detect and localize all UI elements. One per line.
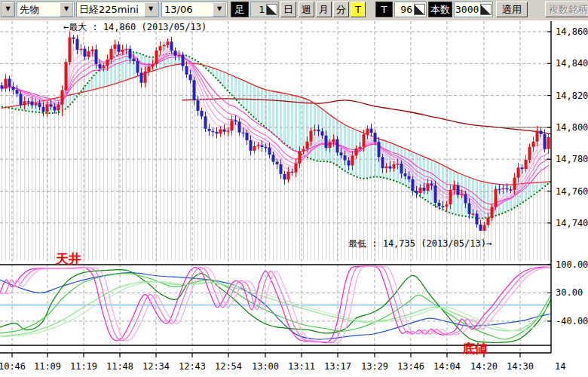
- tick-count-label: T: [375, 2, 393, 17]
- mini-dropdown[interactable]: ▼: [1, 2, 15, 17]
- time-axis-label: 14:20: [470, 361, 498, 372]
- chevron-down-icon[interactable]: ▼: [144, 2, 158, 17]
- tick-count-box: [394, 2, 427, 17]
- instrument-type-value: 先物: [17, 2, 59, 17]
- time-axis-label: 11:09: [34, 361, 61, 372]
- oscillator-axis-label: 30.00: [556, 287, 583, 298]
- time-axis-label: 12:54: [215, 361, 242, 372]
- spin-diagonal-icon[interactable]: [480, 4, 492, 15]
- instrument-type-select[interactable]: 先物 ▼: [17, 2, 75, 17]
- price-axis-label: 14,860: [556, 26, 588, 37]
- price-axis-label: 14,840: [556, 58, 588, 69]
- time-axis-label: 14:04: [433, 361, 461, 372]
- bar-interval-box: [250, 2, 279, 17]
- period-minute-button[interactable]: 分: [333, 2, 349, 17]
- time-axis-label: 13:17: [324, 361, 351, 372]
- time-axis-label: 13:46: [397, 361, 424, 372]
- compare-symbols-button[interactable]: 複数銘柄: [545, 2, 588, 17]
- bar-type-button[interactable]: 足: [231, 2, 249, 17]
- bars-count-box: [454, 2, 493, 17]
- contract-month-select[interactable]: 13/06 ▼: [161, 2, 228, 17]
- oscillator-axis-label: -40.00: [556, 316, 588, 326]
- bar-interval-input[interactable]: [251, 4, 265, 15]
- time-axis-label: 12:34: [142, 361, 170, 372]
- tick-count-input[interactable]: [395, 4, 413, 15]
- time-axis-label: 14:30: [507, 361, 534, 372]
- chevron-down-icon[interactable]: ▼: [60, 2, 73, 17]
- trading-app-window: { "toolbar": { "mini_dropdown_arrow": "▼…: [0, 0, 588, 377]
- bottom-label: 底値: [461, 341, 488, 356]
- bars-count-label: 本数: [428, 2, 452, 17]
- time-axis-label: 14: [555, 361, 565, 372]
- ceiling-label: 天井: [55, 251, 81, 266]
- oscillator-axis-label: 100.00: [556, 259, 588, 270]
- time-axis-label: 13:29: [361, 361, 388, 372]
- symbol-select[interactable]: 日経225mini ▼: [76, 2, 159, 17]
- spin-diagonal-icon[interactable]: [414, 4, 425, 15]
- max-annotation: ←最大 : 14,860 (2013/05/13): [63, 22, 207, 32]
- time-axis-label: 13:11: [288, 361, 315, 372]
- time-axis-label: 13:00: [252, 361, 279, 372]
- time-axis-label: 11:48: [106, 361, 133, 372]
- period-month-button[interactable]: 月: [316, 2, 332, 17]
- period-week-button[interactable]: 週: [299, 2, 314, 17]
- price-axis-label: 14,820: [556, 90, 588, 101]
- price-axis-label: 14,760: [556, 186, 588, 197]
- tick-mode-button[interactable]: T: [351, 2, 366, 17]
- price-axis-label: 14,800: [556, 122, 588, 133]
- contract-month-value: 13/06: [162, 2, 212, 17]
- time-axis-label: 11:19: [70, 361, 97, 372]
- apply-button[interactable]: 適用: [496, 2, 528, 17]
- toolbar: ▼ 先物 ▼ 日経225mini ▼ 13/06 ▼ 足 日 週 月 分 T T…: [0, 0, 588, 21]
- chevron-down-icon[interactable]: ▼: [2, 2, 14, 17]
- time-axis-label: 10:46: [0, 361, 26, 372]
- bars-count-input[interactable]: [455, 4, 479, 15]
- price-axis-label: 14,740: [556, 218, 588, 228]
- chevron-down-icon[interactable]: ▼: [213, 2, 226, 17]
- period-day-button[interactable]: 日: [280, 2, 296, 17]
- price-axis-label: 14,780: [556, 154, 588, 164]
- symbol-value: 日経225mini: [77, 2, 143, 17]
- min-annotation: 最低 : 14,735 (2013/05/13)→: [348, 238, 492, 249]
- chart-canvas: 14,86014,84014,82014,80014,78014,76014,7…: [0, 20, 588, 377]
- spin-diagonal-icon[interactable]: [266, 4, 277, 15]
- time-axis-label: 12:43: [179, 361, 206, 372]
